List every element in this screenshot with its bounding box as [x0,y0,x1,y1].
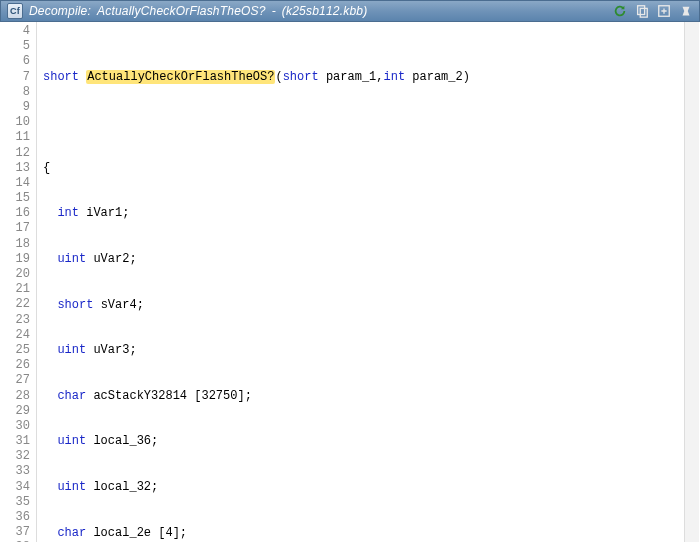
title-func: ActuallyCheckOrFlashTheOS? [97,4,266,18]
line-number: 27 [10,373,30,388]
line-number: 34 [10,480,30,495]
line-number: 19 [10,252,30,267]
decompile-view[interactable]: 4567891011121314151617181920212223242526… [0,22,700,542]
line-number: 5 [10,39,30,54]
settings-icon[interactable] [679,4,693,18]
line-number: 36 [10,510,30,525]
line-number: 28 [10,389,30,404]
vertical-scrollbar[interactable] [684,22,699,542]
line-number: 8 [10,85,30,100]
line-number: 21 [10,282,30,297]
refresh-icon[interactable] [613,4,627,18]
line-number: 26 [10,358,30,373]
line-number: 32 [10,449,30,464]
line-number: 30 [10,419,30,434]
line-number: 31 [10,434,30,449]
svg-rect-1 [640,8,647,17]
line-number: 24 [10,328,30,343]
line-number: 4 [10,24,30,39]
line-number: 12 [10,146,30,161]
line-number: 14 [10,176,30,191]
line-number: 9 [10,100,30,115]
title-prefix: Decompile: [29,4,91,18]
line-number: 10 [10,115,30,130]
line-number: 23 [10,313,30,328]
line-number: 22 [10,297,30,312]
line-number: 33 [10,464,30,479]
line-number: 37 [10,525,30,540]
app-icon: Cf [7,3,23,19]
line-number: 11 [10,130,30,145]
line-number: 13 [10,161,30,176]
line-number: 35 [10,495,30,510]
line-number: 25 [10,343,30,358]
line-number: 29 [10,404,30,419]
tool-icon[interactable] [657,4,671,18]
title-file: (k25sb112.kbb) [282,4,368,18]
title-toolbar [613,4,693,18]
line-number-gutter: 4567891011121314151617181920212223242526… [0,22,37,542]
svg-rect-0 [638,6,645,15]
line-number: 6 [10,54,30,69]
line-number: 16 [10,206,30,221]
title-dash: - [272,4,276,18]
copy-icon[interactable] [635,4,649,18]
signature-line: short ActuallyCheckOrFlashTheOS?(short p… [43,70,700,85]
line-number: 17 [10,221,30,236]
line-number: 20 [10,267,30,282]
window-title-bar: Cf Decompile: ActuallyCheckOrFlashTheOS?… [0,0,700,22]
function-name-highlight: ActuallyCheckOrFlashTheOS? [86,70,275,84]
title-left: Cf Decompile: ActuallyCheckOrFlashTheOS?… [7,3,367,19]
line-number: 15 [10,191,30,206]
line-number: 7 [10,70,30,85]
source-code[interactable]: short ActuallyCheckOrFlashTheOS?(short p… [37,22,700,542]
line-number: 18 [10,237,30,252]
